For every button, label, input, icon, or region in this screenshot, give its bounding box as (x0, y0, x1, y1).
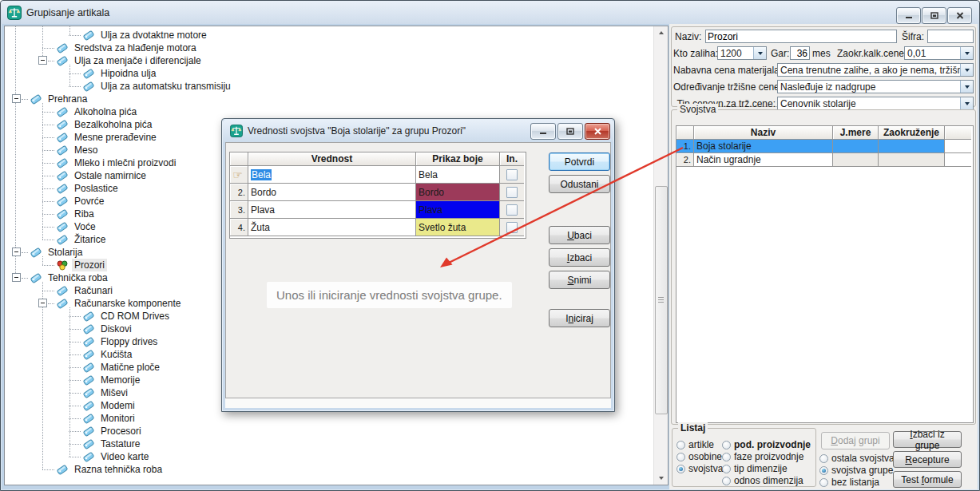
naziv-cell[interactable]: Boja stolarije (694, 140, 833, 153)
tree-scrollbar[interactable] (653, 26, 668, 485)
radio-button[interactable] (819, 466, 828, 475)
recepture-button[interactable]: Recepture (893, 451, 962, 468)
scrollbar-thumb[interactable] (655, 186, 668, 414)
radio-osobine[interactable]: osobine (676, 451, 722, 462)
naziv-input[interactable] (705, 30, 897, 43)
izbaci-iz-grupe-button[interactable]: Izbaci iz grupe (893, 431, 962, 448)
tree-item-monitori[interactable]: Monitori (82, 412, 137, 425)
value-row-bordo[interactable]: 2.BordoBordo (230, 184, 526, 201)
vrednost-cell[interactable]: Plava (248, 201, 416, 219)
main-titlebar[interactable]: Grupisanje artikala (1, 1, 979, 24)
radio-faze-proizvodnje[interactable]: faze proizvodnje (722, 451, 803, 462)
tree-item-memorije[interactable]: Memorije (82, 374, 142, 386)
collapse-toggle-icon[interactable] (38, 56, 47, 65)
iniciraj-button[interactable]: Iniciraj (549, 309, 610, 327)
collapse-toggle-icon[interactable] (12, 94, 21, 103)
tree-item-hipoidna-ulja[interactable]: Hipoidna ulja (82, 67, 158, 80)
radio-button[interactable] (819, 478, 828, 487)
tree-item-bezalkoholna-pi-a[interactable]: Bezalkoholna pića (56, 118, 154, 131)
tree-item-riba[interactable]: Riba (56, 208, 97, 220)
zaokr-combo[interactable]: 0,01 (904, 46, 974, 60)
color-values-table[interactable]: Vrednost Prikaz boje In. ☞BelaBela2.Bord… (229, 152, 526, 239)
dialog-close-button[interactable] (585, 123, 610, 140)
collapse-toggle-icon[interactable] (12, 273, 21, 282)
vrednost-cell[interactable]: Bordo (248, 184, 416, 201)
in-cell[interactable] (500, 166, 524, 184)
radio-button[interactable] (819, 454, 828, 463)
prikaz-boje-cell[interactable]: Bela (416, 166, 500, 184)
potvrdi-button[interactable]: Potvrdi (549, 152, 610, 171)
radio-button[interactable] (722, 453, 731, 461)
tree-item-ostale-namirnice[interactable]: Ostale namirnice (56, 169, 149, 182)
radio-button[interactable] (676, 465, 685, 473)
snimi-button[interactable]: Snimi (549, 271, 610, 289)
tree-item-tehni-ka-roba[interactable]: Tehnička roba (30, 271, 110, 284)
vrednost-cell[interactable]: Bela (248, 166, 416, 184)
in-cell[interactable] (500, 219, 524, 236)
scroll-up-button[interactable] (655, 26, 667, 39)
tree-item-poslastice[interactable]: Poslastice (56, 182, 121, 195)
tree-item-prehrana[interactable]: Prehrana (30, 93, 89, 105)
radio-button[interactable] (676, 441, 685, 449)
radio-pod-proizvodnje[interactable]: pod. proizvodnje (722, 439, 811, 450)
dialog-maximize-button[interactable] (557, 123, 583, 140)
tree-item-modemi[interactable]: Modemi (82, 399, 137, 412)
svojstva-table[interactable]: Naziv J.mere Zaokruženje 1.Boja stolarij… (676, 125, 974, 423)
tree-item-alkoholna-pi-a[interactable]: Alkoholna pića (56, 105, 139, 118)
odustani-button[interactable]: Odustani (549, 175, 610, 193)
collapse-toggle-icon[interactable] (12, 247, 21, 256)
value-row-plava[interactable]: 3.PlavaPlava (230, 201, 526, 219)
jmere-cell[interactable] (833, 140, 879, 153)
tree-item-procesori[interactable]: Procesori (82, 425, 144, 438)
tree-item-video-karte[interactable]: Video karte (82, 450, 152, 463)
svojstva-row-na-in-ugradnje[interactable]: 2.Način ugradnje (676, 153, 973, 167)
test-formule-button[interactable]: Test formule (893, 471, 962, 488)
radio-button[interactable] (722, 477, 731, 485)
jmere-cell[interactable] (833, 153, 879, 167)
svojstva-row-boja-stolarije[interactable]: 1.Boja stolarije (676, 140, 973, 153)
tree-item-vo-e[interactable]: Voće (56, 220, 98, 233)
value-row-bela[interactable]: ☞BelaBela (230, 166, 526, 184)
tree-item-ulja-za-menja-e-i-diferencijale[interactable]: Ulja za menjače i diferencijale (56, 54, 204, 67)
dropdown-button[interactable] (960, 81, 973, 93)
tree-item-meso[interactable]: Meso (56, 144, 100, 156)
radio-odnos-dimenzija[interactable]: odnos dimenzija (722, 475, 803, 486)
vrednost-cell[interactable]: Žuta (248, 219, 416, 236)
tree-item-mati-ne-plo-e[interactable]: Matične ploče (82, 361, 162, 374)
scroll-down-button[interactable] (655, 472, 667, 485)
tree-item-diskovi[interactable]: Diskovi (82, 323, 134, 335)
kto-zaliha-combo[interactable]: 1200 (717, 46, 767, 60)
tree-item-tastature[interactable]: Tastature (82, 438, 142, 450)
tree-item-mi-evi[interactable]: Miševi (82, 386, 130, 399)
in-cell[interactable] (500, 201, 524, 219)
radio-bez-listanja[interactable]: bez listanja (819, 477, 879, 488)
dropdown-button[interactable] (960, 64, 973, 76)
checkbox-unchecked[interactable] (506, 222, 518, 233)
radio-button[interactable] (722, 441, 731, 449)
tree-item-mleko-i-mle-ni-proizvodi[interactable]: Mleko i mlečni proizvodi (56, 156, 178, 169)
prikaz-boje-cell[interactable]: Svetlo žuta (416, 219, 500, 236)
ubaci-button[interactable]: Ubaci (549, 226, 610, 244)
checkbox-unchecked[interactable] (506, 187, 518, 198)
tree-item-povr-e[interactable]: Povrće (56, 195, 106, 208)
tree-item-mesne-prera-evine[interactable]: Mesne prerađevine (56, 131, 159, 144)
tree-item-cd-rom-drives[interactable]: CD ROM Drives (82, 310, 172, 323)
nabavna-combo[interactable]: Cena trenutne zalihe, a ako je nema, trž… (777, 63, 974, 77)
dropdown-button[interactable] (753, 47, 766, 59)
naziv-cell[interactable]: Način ugradnje (694, 153, 833, 167)
radio-svojstva-grupe[interactable]: svojstva grupe (819, 465, 893, 476)
radio-svojstva[interactable]: svojstva (676, 463, 723, 474)
gar-input[interactable] (790, 46, 810, 60)
radio-button[interactable] (722, 465, 731, 473)
tree-item-razna-tehni-ka-roba[interactable]: Razna tehnička roba (56, 463, 165, 476)
tree-item-floppy-drives[interactable]: Floppy drives (82, 335, 160, 348)
checkbox-unchecked[interactable] (506, 204, 518, 216)
value-row-uta[interactable]: 4.ŽutaSvetlo žuta (230, 219, 526, 236)
prikaz-boje-cell[interactable]: Bordo (416, 184, 500, 201)
odredjivanje-combo[interactable]: Nasleđuje iz nadgrupe (777, 80, 974, 93)
dialog-minimize-button[interactable] (530, 123, 556, 140)
in-cell[interactable] (500, 184, 524, 201)
dropdown-button[interactable] (960, 97, 973, 109)
izbaci-button[interactable]: Izbaci (549, 248, 610, 267)
dodaj-grupi-button[interactable]: Dodaj grupi (821, 432, 890, 449)
